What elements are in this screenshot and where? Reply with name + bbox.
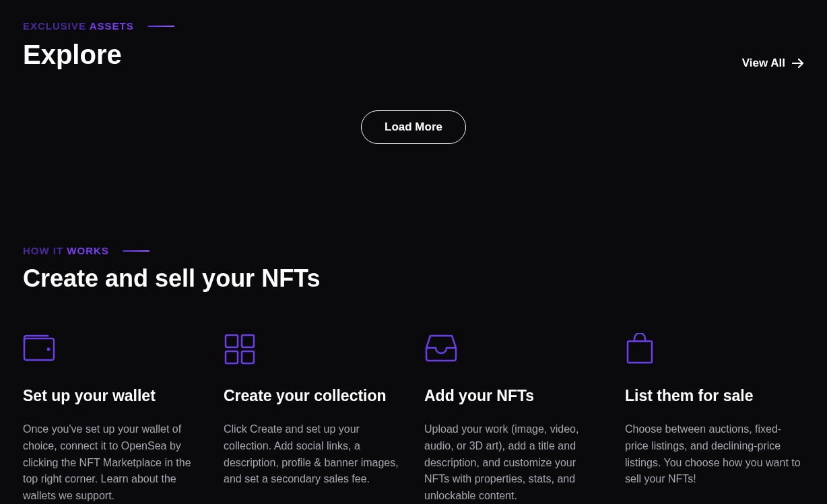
grid-icon xyxy=(224,333,403,365)
explore-eyebrow-label: EXCLUSIVE ASSETS xyxy=(23,20,134,32)
eyebrow-text-bright: ASSETS xyxy=(90,20,134,32)
step-desc: Choose between auctions, fixed-price lis… xyxy=(625,421,804,488)
step-desc: Click Create and set up your collection.… xyxy=(224,421,403,488)
explore-eyebrow: EXCLUSIVE ASSETS xyxy=(23,20,804,32)
step-list-sale: List them for sale Choose between auctio… xyxy=(625,333,804,504)
how-it-works-section: HOW IT WORKS Create and sell your NFTs S… xyxy=(23,245,804,504)
view-all-label: View All xyxy=(742,57,785,70)
svg-point-1 xyxy=(47,348,51,351)
step-add-nfts: Add your NFTs Upload your work (image, v… xyxy=(424,333,603,504)
step-collection: Create your collection Click Create and … xyxy=(224,333,403,504)
eyebrow-divider xyxy=(123,250,150,252)
step-title: List them for sale xyxy=(625,387,804,405)
step-desc: Once you've set up your wallet of choice… xyxy=(23,421,202,504)
step-title: Create your collection xyxy=(224,387,403,405)
load-more-container: Load More xyxy=(23,110,804,144)
arrow-right-icon xyxy=(792,59,804,68)
explore-title: Explore xyxy=(23,40,122,70)
explore-header: Explore View All xyxy=(23,40,804,70)
eyebrow-divider xyxy=(147,26,174,27)
explore-section: EXCLUSIVE ASSETS Explore View All Load M… xyxy=(23,20,804,144)
step-title: Set up your wallet xyxy=(23,387,202,405)
how-eyebrow: HOW IT WORKS xyxy=(23,245,804,256)
load-more-button[interactable]: Load More xyxy=(361,110,466,144)
step-wallet: Set up your wallet Once you've set up yo… xyxy=(23,333,202,504)
svg-rect-6 xyxy=(628,341,652,363)
steps-grid: Set up your wallet Once you've set up yo… xyxy=(23,333,804,504)
view-all-link[interactable]: View All xyxy=(742,57,804,70)
step-desc: Upload your work (image, video, audio, o… xyxy=(424,421,603,504)
how-eyebrow-label: HOW IT WORKS xyxy=(23,245,109,256)
inbox-icon xyxy=(424,333,603,365)
svg-rect-5 xyxy=(242,351,254,363)
eyebrow-text-bright: WORKS xyxy=(67,245,109,256)
step-title: Add your NFTs xyxy=(424,387,603,405)
eyebrow-text-dim: HOW IT xyxy=(23,245,63,256)
eyebrow-text-dim: EXCLUSIVE xyxy=(23,20,86,32)
shopping-bag-icon xyxy=(625,333,804,365)
wallet-icon xyxy=(23,333,202,365)
svg-rect-3 xyxy=(242,335,254,347)
svg-rect-2 xyxy=(226,335,238,347)
svg-rect-4 xyxy=(226,351,238,363)
how-title: Create and sell your NFTs xyxy=(23,264,804,293)
